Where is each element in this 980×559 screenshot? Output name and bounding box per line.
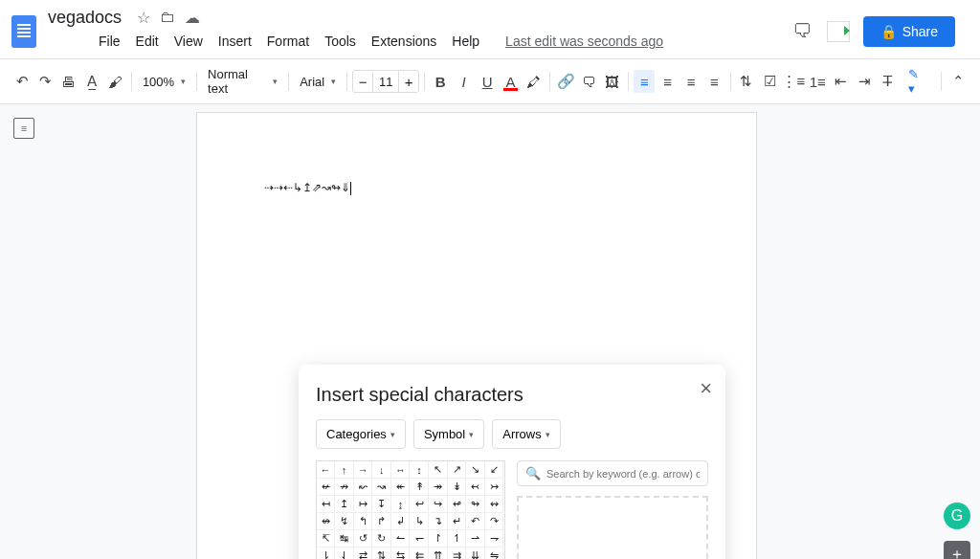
char-cell[interactable]: ↢ [467, 479, 485, 496]
font-select[interactable]: Arial [294, 71, 342, 93]
menu-help[interactable]: Help [445, 30, 486, 53]
char-cell[interactable]: ↚ [317, 479, 335, 496]
decrease-font-button[interactable]: − [353, 71, 372, 92]
menu-tools[interactable]: Tools [318, 30, 363, 53]
filter-categories[interactable]: Categories [316, 419, 406, 449]
increase-indent-button[interactable]: ⇥ [854, 70, 875, 93]
char-cell[interactable]: ↽ [411, 530, 429, 548]
char-cell[interactable]: ↙ [485, 461, 503, 479]
comments-history-icon[interactable]: 🗨 [791, 20, 813, 43]
style-select[interactable]: Normal text [202, 63, 283, 100]
menu-view[interactable]: View [167, 30, 210, 53]
cloud-icon[interactable]: ☁ [185, 9, 200, 27]
increase-font-button[interactable]: + [399, 71, 418, 92]
char-cell[interactable]: ← [317, 461, 335, 479]
char-cell[interactable]: ↤ [317, 496, 335, 513]
spellcheck-button[interactable]: A̲ [81, 70, 102, 93]
redo-button[interactable]: ↷ [34, 70, 56, 93]
meet-icon[interactable] [827, 20, 850, 43]
char-cell[interactable]: ↷ [485, 513, 503, 530]
char-cell[interactable]: ↝ [373, 479, 391, 496]
last-edit-link[interactable]: Last edit was seconds ago [505, 34, 663, 49]
char-cell[interactable]: ↻ [373, 530, 391, 548]
char-cell[interactable]: ↹ [336, 530, 354, 548]
char-cell[interactable]: ↞ [391, 479, 410, 496]
char-cell[interactable]: ↗ [448, 461, 466, 479]
clear-formatting-button[interactable]: T̶ [877, 70, 898, 93]
menu-insert[interactable]: Insert [212, 30, 258, 53]
char-cell[interactable]: ↱ [373, 513, 391, 530]
zoom-select[interactable]: 100% [137, 71, 191, 93]
align-right-button[interactable]: ≡ [680, 70, 702, 93]
char-cell[interactable]: ⇉ [448, 548, 466, 559]
char-cell[interactable]: ↔ [391, 461, 410, 479]
highlight-button[interactable]: 🖍 [523, 70, 545, 93]
draw-symbol-canvas[interactable]: Draw a symbol here [517, 496, 708, 559]
menu-edit[interactable]: Edit [129, 30, 166, 53]
char-cell[interactable]: ↩ [411, 496, 429, 513]
text-color-button[interactable]: A [500, 70, 521, 93]
numbered-list-button[interactable]: 1≡ [807, 70, 828, 93]
close-button[interactable]: × [700, 376, 712, 401]
char-cell[interactable]: ↑ [336, 461, 354, 479]
char-cell[interactable]: → [354, 461, 372, 479]
char-cell[interactable]: ↶ [467, 513, 485, 530]
undo-button[interactable]: ↶ [11, 70, 33, 93]
align-justify-button[interactable]: ≡ [703, 70, 724, 93]
char-cell[interactable]: ↛ [336, 479, 354, 496]
filter-arrows[interactable]: Arrows [492, 419, 560, 449]
char-cell[interactable]: ↘ [467, 461, 485, 479]
char-cell[interactable]: ↕ [411, 461, 429, 479]
char-cell[interactable]: ↨ [391, 496, 410, 513]
char-cell[interactable]: ↮ [317, 513, 335, 530]
align-left-button[interactable]: ≡ [634, 70, 655, 93]
char-cell[interactable]: ↯ [336, 513, 354, 530]
char-cell[interactable]: ↬ [467, 496, 485, 513]
char-cell[interactable]: ↲ [391, 513, 410, 530]
char-cell[interactable]: ⇇ [411, 548, 429, 559]
char-cell[interactable]: ↜ [354, 479, 372, 496]
menu-extensions[interactable]: Extensions [365, 30, 443, 53]
char-cell[interactable]: ↳ [411, 513, 429, 530]
char-cell[interactable]: ↴ [430, 513, 448, 530]
char-cell[interactable]: ↾ [430, 530, 448, 548]
insert-image-button[interactable]: 🖼 [602, 70, 623, 93]
paint-format-button[interactable]: 🖌 [105, 70, 126, 93]
char-cell[interactable]: ↓ [373, 461, 391, 479]
char-cell[interactable]: ↺ [354, 530, 372, 548]
bulleted-list-button[interactable]: ⋮≡ [782, 70, 805, 93]
char-cell[interactable]: ⇈ [430, 548, 448, 559]
underline-button[interactable]: U [477, 70, 498, 93]
menu-file[interactable]: File [92, 30, 127, 53]
docs-logo[interactable] [11, 15, 36, 48]
char-cell[interactable]: ↪ [430, 496, 448, 513]
insert-comment-button[interactable]: 🗨 [578, 70, 599, 93]
search-input[interactable] [546, 468, 700, 480]
char-cell[interactable]: ↰ [354, 513, 372, 530]
line-spacing-button[interactable]: ⇅ [736, 70, 757, 93]
char-cell[interactable]: ↧ [373, 496, 391, 513]
char-cell[interactable]: ⇆ [391, 548, 410, 559]
char-cell[interactable]: ↟ [411, 479, 429, 496]
document-title[interactable]: vegadocs [44, 6, 125, 30]
char-cell[interactable]: ↦ [354, 496, 372, 513]
char-cell[interactable]: ↡ [448, 479, 466, 496]
char-cell[interactable]: ↸ [317, 530, 335, 548]
char-cell[interactable]: ↿ [448, 530, 466, 548]
checklist-button[interactable]: ☑ [759, 70, 780, 93]
char-cell[interactable]: ↫ [448, 496, 466, 513]
decrease-indent-button[interactable]: ⇤ [831, 70, 852, 93]
editing-mode-button[interactable]: ✎ ▾ [901, 63, 934, 100]
char-cell[interactable]: ↼ [391, 530, 410, 548]
char-cell[interactable]: ↖ [430, 461, 448, 479]
grammarly-icon[interactable]: G [944, 503, 970, 529]
star-icon[interactable]: ☆ [137, 9, 150, 27]
outline-toggle-button[interactable]: ≡ [13, 118, 34, 139]
menu-format[interactable]: Format [260, 30, 316, 53]
filter-symbol[interactable]: Symbol [413, 419, 484, 449]
insert-link-button[interactable]: 🔗 [555, 70, 576, 93]
char-cell[interactable]: ⇂ [317, 548, 335, 559]
char-cell[interactable]: ⇋ [485, 548, 503, 559]
char-cell[interactable]: ⇁ [485, 530, 503, 548]
char-cell[interactable]: ⇀ [467, 530, 485, 548]
